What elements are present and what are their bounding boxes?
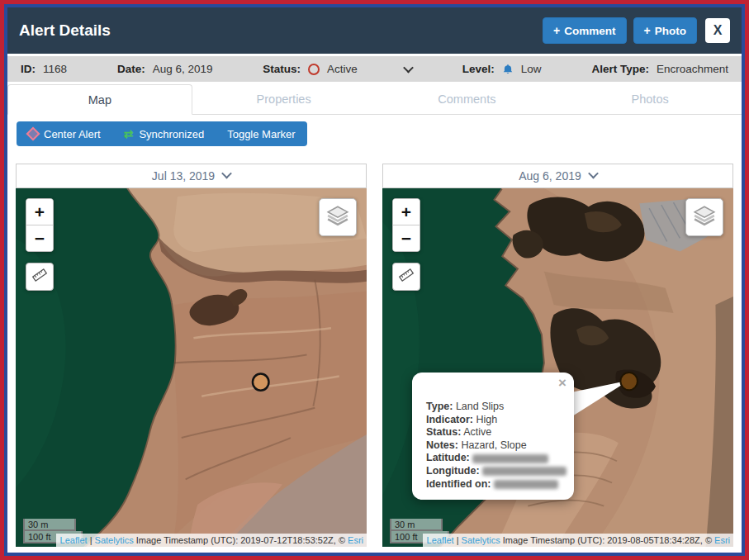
alert-type: Alert Type: Encroachment (591, 63, 728, 75)
date-label: Date: (117, 63, 145, 75)
right-map[interactable]: + − × Type: (382, 188, 733, 547)
alert-marker (253, 374, 269, 391)
popup-label: Latitude: (426, 452, 470, 463)
modal-outer-frame: Alert Details + Comment + Photo X ID: 11… (0, 0, 749, 560)
redacted-longitude-value (482, 467, 566, 476)
attribution-text: Image Timestamp (UTC): 2019-07-12T18:53:… (136, 535, 345, 545)
zoom-control: + − (26, 198, 54, 252)
zoom-out-button[interactable]: − (26, 225, 53, 251)
popup-value: Hazard, Slope (461, 439, 526, 451)
layers-button[interactable] (319, 198, 357, 236)
tab-bar: Map Properties Comments Photos (7, 84, 742, 115)
chevron-down-icon (588, 168, 599, 179)
popup-row: Type: Land Slips (426, 401, 561, 414)
close-icon: X (713, 23, 723, 38)
status-label: Status: (263, 63, 301, 75)
modal-title: Alert Details (19, 21, 536, 40)
alert-popup: × Type: Land Slips Indicator: High Statu… (412, 373, 574, 500)
ruler-icon (31, 267, 48, 287)
center-alert-label: Center Alert (44, 128, 101, 140)
zoom-out-button[interactable]: − (393, 225, 420, 251)
tab-comments[interactable]: Comments (376, 84, 559, 115)
level-label: Level: (462, 63, 495, 75)
popup-row: Indicator: High (426, 414, 561, 427)
alert-marker (620, 373, 638, 390)
right-date-selector[interactable]: Aug 6, 2019 (382, 164, 733, 188)
popup-row: Status: Active (426, 426, 561, 439)
zoom-control: + − (392, 198, 420, 252)
popup-row: Identified on: (426, 478, 561, 491)
layers-button[interactable] (685, 198, 723, 236)
close-button[interactable]: X (705, 18, 730, 43)
popup-label: Notes: (426, 439, 458, 451)
satelytics-link[interactable]: Satelytics (95, 535, 134, 545)
zoom-in-button[interactable]: + (26, 199, 53, 225)
layers-icon (326, 204, 349, 230)
tab-photos[interactable]: Photos (558, 84, 742, 115)
status-active-icon (308, 64, 320, 75)
measure-button[interactable] (392, 263, 420, 291)
add-photo-label: Photo (655, 25, 686, 37)
popup-value: High (476, 414, 497, 425)
map-attribution: Leaflet | Satelytics Image Timestamp (UT… (56, 534, 367, 547)
chevron-down-icon (403, 63, 414, 74)
toggle-marker-button[interactable]: Toggle Marker (216, 121, 306, 146)
tab-properties[interactable]: Properties (192, 84, 376, 115)
alert-type-label: Alert Type: (591, 63, 649, 75)
status-select[interactable]: Status: Active (263, 63, 412, 75)
sync-arrows-icon: ⇄ (124, 127, 134, 140)
popup-close-icon[interactable]: × (558, 375, 566, 392)
map-toolbar-group: Center Alert ⇄ Synchronized Toggle Marke… (17, 121, 307, 146)
left-satellite-image (16, 188, 367, 547)
popup-row: Latitude: (426, 452, 561, 465)
maps-container: Jul 13, 2019 (16, 164, 733, 547)
zoom-in-button[interactable]: + (393, 199, 420, 225)
attribution-separator: | (457, 535, 459, 545)
map-panel-left: Jul 13, 2019 (16, 164, 367, 547)
id-value: 1168 (43, 63, 67, 75)
leaflet-link[interactable]: Leaflet (60, 535, 88, 545)
id-label: ID: (21, 63, 36, 75)
add-comment-label: Comment (564, 25, 615, 37)
popup-row: Longitude: (426, 465, 561, 478)
measure-button[interactable] (26, 263, 54, 291)
modal-header: Alert Details + Comment + Photo X (7, 7, 742, 54)
tab-map[interactable]: Map (7, 84, 192, 115)
popup-value: Land Slips (456, 401, 504, 412)
esri-link[interactable]: Esri (348, 535, 363, 545)
bell-icon (502, 64, 514, 75)
synchronized-button[interactable]: ⇄ Synchronized (112, 121, 216, 146)
popup-label: Longitude: (426, 465, 480, 477)
plus-icon: + (644, 24, 651, 37)
date-value: Aug 6, 2019 (153, 63, 213, 75)
popup-label: Type: (426, 401, 453, 412)
leaflet-link[interactable]: Leaflet (427, 535, 454, 545)
synchronized-label: Synchronized (139, 128, 204, 140)
esri-link[interactable]: Esri (714, 535, 730, 545)
plus-icon: + (553, 24, 560, 37)
map-panel-right: Aug 6, 2019 (382, 164, 733, 547)
toggle-marker-label: Toggle Marker (227, 128, 295, 140)
center-alert-button[interactable]: Center Alert (17, 121, 112, 146)
add-photo-button[interactable]: + Photo (633, 17, 697, 44)
center-alert-icon (26, 127, 40, 141)
attribution-separator: | (90, 535, 92, 545)
left-map[interactable]: + − 30 m 100 ft L (16, 188, 367, 547)
attribution-text: Image Timestamp (UTC): 2019-08-05T18:34:… (503, 535, 712, 545)
scale-metric: 30 m (390, 519, 443, 531)
left-date-value: Jul 13, 2019 (152, 169, 215, 183)
popup-label: Status: (426, 426, 461, 438)
add-comment-button[interactable]: + Comment (543, 17, 626, 44)
level-value: Low (521, 63, 542, 75)
alert-level: Level: Low (462, 63, 542, 75)
left-date-selector[interactable]: Jul 13, 2019 (16, 164, 367, 188)
scale-metric: 30 m (23, 519, 76, 531)
alert-id: ID: 1168 (21, 63, 67, 75)
status-value: Active (327, 63, 358, 75)
satelytics-link[interactable]: Satelytics (462, 535, 500, 545)
alert-info-bar: ID: 1168 Date: Aug 6, 2019 Status: Activ… (7, 56, 742, 82)
popup-label: Identified on: (426, 478, 491, 490)
alert-type-value: Encroachment (657, 63, 728, 75)
chevron-down-icon (221, 168, 232, 179)
layers-icon (693, 204, 716, 230)
